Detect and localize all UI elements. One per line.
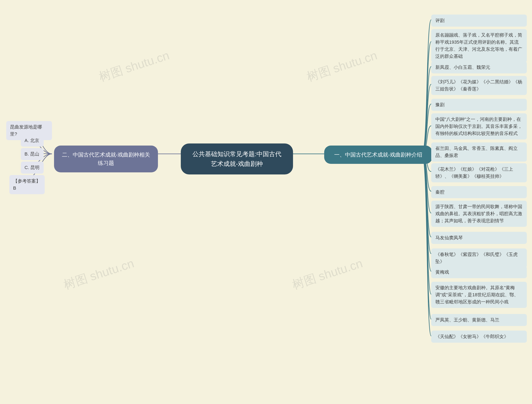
right-leaf[interactable]: 严凤英、王少舫、黄新德、马兰 <box>431 314 527 326</box>
left-branch-title: 二、中国古代艺术成就-戏曲剧种相关练习题 <box>62 151 151 167</box>
left-leaf[interactable]: B. 昆山 <box>21 148 44 160</box>
right-leaf-text: 原名蹦蹦戏、落子戏，又名平腔梆子戏，简称平戏1935年正式使用评剧的名称。其流行… <box>435 32 523 60</box>
right-leaf[interactable]: 崔兰田、马金凤、常香玉、陈素真、阎立品、桑振君 <box>431 142 527 161</box>
right-leaf-text: 新凤霞、小白玉霜、魏荣元 <box>435 64 490 71</box>
right-leaf-text: 《春秋笔》《紫霞宫》《和氏璧》《玉虎坠》 <box>435 251 523 265</box>
right-leaf[interactable]: 原名蹦蹦戏、落子戏，又名平腔梆子戏，简称平戏1935年正式使用评剧的名称。其流行… <box>431 29 527 62</box>
right-leaf[interactable]: 秦腔 <box>431 186 527 198</box>
watermark: 树图 shutu.cn <box>305 47 379 85</box>
right-leaf-text: 《天仙配》《女驸马》《牛郎织女》 <box>435 333 508 340</box>
right-leaf[interactable]: 马友仙窦凤琴 <box>431 232 527 244</box>
right-leaf-text: 严凤英、王少舫、黄新德、马兰 <box>435 316 499 324</box>
watermark: 树图 shutu.cn <box>290 255 365 293</box>
watermark: 树图 shutu.cn <box>97 47 171 85</box>
right-leaf[interactable]: 《春秋笔》《紫霞宫》《和氏璧》《玉虎坠》 <box>431 249 527 268</box>
root-node[interactable]: 公共基础知识常见考题:中国古代艺术成就-戏曲剧种 <box>181 143 293 174</box>
right-leaf[interactable]: 《刘巧儿》《花为媒》《小二黑结婚》《杨三姐告状》《秦香莲》 <box>431 76 527 95</box>
right-leaf-text: 源于陕西、甘肃一带的民间歌舞，堪称中国戏曲的鼻祖。其表演粗犷质朴，唱腔高亢激越；… <box>435 203 523 224</box>
left-leaf[interactable]: A. 北京 <box>21 135 44 147</box>
left-branch-node[interactable]: 二、中国古代艺术成就-戏曲剧种相关练习题 <box>54 146 158 172</box>
watermark: 树图 shutu.cn <box>62 255 136 293</box>
right-leaf[interactable]: 中国"八大剧种"之一，河南的主要剧种，在国内外影响仅次于京剧。其音乐丰富多采，有… <box>431 113 527 140</box>
left-leaf[interactable]: C. 昆明 <box>21 161 44 174</box>
right-branch-title: 一、中国古代艺术成就-戏曲剧种介绍 <box>334 151 423 159</box>
right-leaf[interactable]: 《花木兰》《红娘》《对花枪》《三上轿》、《铡美案》《穆桂英挂帅》 <box>431 163 527 182</box>
right-leaf[interactable]: 源于陕西、甘肃一带的民间歌舞，堪称中国戏曲的鼻祖。其表演粗犷质朴，唱腔高亢激越；… <box>431 201 527 227</box>
right-leaf[interactable]: 新凤霞、小白玉霜、魏荣元 <box>431 61 527 73</box>
left-leaf-text: A. 北京 <box>25 137 39 144</box>
right-leaf-text: 豫剧 <box>435 101 444 108</box>
right-branch-node[interactable]: 一、中国古代艺术成就-戏曲剧种介绍 <box>324 146 432 164</box>
right-leaf[interactable]: 《天仙配》《女驸马》《牛郎织女》 <box>431 331 527 343</box>
right-leaf[interactable]: 安徽的主要地方戏曲剧种。其原名"黄梅调"或"采茶戏"，是18世纪后期在皖、鄂、赣… <box>431 282 527 308</box>
left-leaf[interactable]: 【参考答案】B <box>9 175 45 194</box>
right-leaf[interactable]: 评剧 <box>431 14 527 27</box>
right-leaf-text: 安徽的主要地方戏曲剧种。其原名"黄梅调"或"采茶戏"，是18世纪后期在皖、鄂、赣… <box>435 284 523 305</box>
right-leaf-text: 《刘巧儿》《花为媒》《小二黑结婚》《杨三姐告状》《秦香莲》 <box>435 78 523 93</box>
right-leaf-text: 中国"八大剧种"之一，河南的主要剧种，在国内外影响仅次于京剧。其音乐丰富多采，有… <box>435 116 523 137</box>
left-leaf-text: 【参考答案】B <box>13 178 41 192</box>
right-leaf-text: 崔兰田、马金凤、常香玉、陈素真、阎立品、桑振君 <box>435 145 523 159</box>
right-leaf-text: 马友仙窦凤琴 <box>435 234 463 241</box>
right-leaf-text: 《花木兰》《红娘》《对花枪》《三上轿》、《铡美案》《穆桂英挂帅》 <box>435 166 523 180</box>
right-leaf-text: 黄梅戏 <box>435 269 449 276</box>
right-leaf[interactable]: 黄梅戏 <box>431 266 527 278</box>
right-leaf[interactable]: 豫剧 <box>431 99 527 111</box>
left-leaf-text: C. 昆明 <box>25 164 39 171</box>
root-title: 公共基础知识常见考题:中国古代艺术成就-戏曲剧种 <box>190 149 284 169</box>
right-leaf-text: 秦腔 <box>435 189 444 196</box>
right-leaf-text: 评剧 <box>435 17 444 24</box>
left-leaf-text: B. 昆山 <box>25 151 39 158</box>
